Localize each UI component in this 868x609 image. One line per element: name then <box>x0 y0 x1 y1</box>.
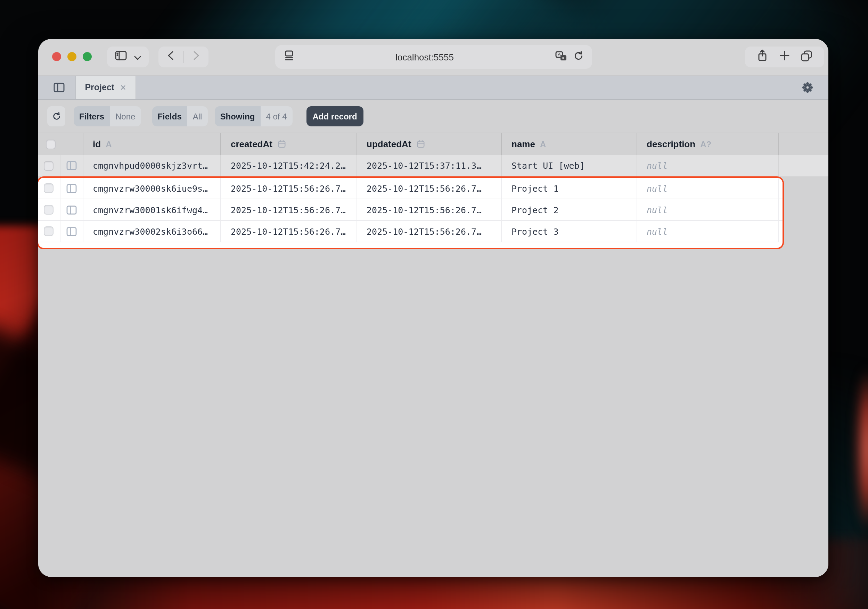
showing-button[interactable]: Showing 4 of 4 <box>214 106 292 127</box>
cell-name[interactable]: Project 1 <box>502 178 637 199</box>
showing-value: 4 of 4 <box>260 106 292 127</box>
row-expand-cell <box>60 221 83 242</box>
reader-view-icon[interactable] <box>283 50 294 64</box>
fields-value: All <box>187 106 208 127</box>
row-filler <box>779 221 783 242</box>
close-window-button[interactable] <box>52 52 61 61</box>
studio-content: Filters None Fields All Showing 4 of 4 A… <box>38 100 828 577</box>
filters-value: None <box>110 106 141 127</box>
row-checkbox[interactable] <box>44 183 54 193</box>
calendar-icon <box>416 139 425 148</box>
row-expand-cell <box>60 155 83 176</box>
row-checkbox-cell <box>38 221 60 242</box>
translate-icon[interactable]: A x <box>555 50 567 63</box>
showing-label: Showing <box>214 106 260 127</box>
row-checkbox-cell <box>38 178 60 199</box>
column-header-updatedAt[interactable]: updatedAt <box>357 133 502 155</box>
nav-divider <box>183 51 184 63</box>
browser-window: localhost:5555 A x <box>38 39 828 577</box>
row-checkbox-cell <box>38 199 60 220</box>
column-header-createdAt[interactable]: createdAt <box>221 133 357 155</box>
tab-close-icon[interactable]: ✕ <box>120 83 126 91</box>
row-filler <box>779 155 828 176</box>
refresh-button[interactable] <box>47 106 65 127</box>
expand-record-icon[interactable] <box>66 226 77 236</box>
address-bar[interactable]: localhost:5555 A x <box>275 45 592 69</box>
chevron-down-icon[interactable] <box>135 51 141 63</box>
cell-updatedAt[interactable]: 2025-10-12T15:56:26.7… <box>357 178 502 199</box>
cell-createdAt[interactable]: 2025-10-12T15:56:26.7… <box>221 199 357 220</box>
column-label: description <box>647 139 695 149</box>
nav-buttons-group <box>158 46 208 67</box>
cell-updatedAt[interactable]: 2025-10-12T15:56:26.7… <box>357 199 502 220</box>
cell-description[interactable]: null <box>637 199 779 220</box>
new-tab-icon[interactable] <box>780 51 789 63</box>
settings-gear-icon[interactable] <box>802 82 813 96</box>
cell-id[interactable]: cmgnvhpud0000skjz3vrt… <box>83 155 221 176</box>
column-label: updatedAt <box>367 139 411 149</box>
cell-id[interactable]: cmgnvzrw30001sk6ifwg4… <box>83 199 221 220</box>
table-header-row: idAcreatedAt updatedAt nameAdescriptionA… <box>38 133 828 156</box>
column-type-badge: A <box>105 139 112 149</box>
row-checkbox[interactable] <box>44 226 54 236</box>
tab-label: Project <box>85 83 114 92</box>
traffic-lights <box>52 52 92 61</box>
row-checkbox-cell <box>38 155 60 176</box>
column-header-name[interactable]: nameA <box>502 133 637 155</box>
reload-icon[interactable] <box>573 50 583 63</box>
cell-createdAt[interactable]: 2025-10-12T15:56:26.7… <box>221 221 357 242</box>
svg-text:A: A <box>557 51 561 57</box>
panel-toggle-icon[interactable] <box>48 76 70 99</box>
cell-createdAt[interactable]: 2025-10-12T15:42:24.2… <box>221 155 357 176</box>
sidebar-toggle-icon[interactable] <box>114 50 127 64</box>
cell-name[interactable]: Start UI [web] <box>502 155 637 176</box>
url-text[interactable]: localhost:5555 <box>294 52 555 62</box>
fields-label: Fields <box>152 106 187 127</box>
select-all-checkbox[interactable] <box>46 139 56 149</box>
cell-updatedAt[interactable]: 2025-10-12T15:56:26.7… <box>357 221 502 242</box>
filters-button[interactable]: Filters None <box>74 106 141 127</box>
minimize-window-button[interactable] <box>67 52 76 61</box>
cell-description[interactable]: null <box>637 178 779 199</box>
column-header-filler <box>779 133 828 155</box>
table-row[interactable]: cmgnvzrw30001sk6ifwg4… 2025-10-12T15:56:… <box>38 199 783 221</box>
row-checkbox[interactable] <box>44 205 54 215</box>
table-rows: cmgnvhpud0000skjz3vrt… 2025-10-12T15:42:… <box>38 155 828 176</box>
table-row[interactable]: cmgnvzrw30002sk6i3o66… 2025-10-12T15:56:… <box>38 221 783 242</box>
svg-text:x: x <box>562 55 564 59</box>
cell-name[interactable]: Project 3 <box>502 221 637 242</box>
back-icon[interactable] <box>168 51 174 63</box>
expand-record-icon[interactable] <box>66 183 77 193</box>
column-label: createdAt <box>231 139 273 149</box>
cell-name[interactable]: Project 2 <box>502 199 637 220</box>
fields-button[interactable]: Fields All <box>152 106 208 127</box>
sidebar-toggle-group <box>107 46 149 67</box>
select-all-header-cell <box>38 133 83 155</box>
row-expand-cell <box>60 178 83 199</box>
filters-label: Filters <box>74 106 110 127</box>
zoom-window-button[interactable] <box>83 52 92 61</box>
row-expand-cell <box>60 199 83 220</box>
add-record-button[interactable]: Add record <box>307 106 363 127</box>
cell-createdAt[interactable]: 2025-10-12T15:56:26.7… <box>221 178 357 199</box>
cell-description[interactable]: null <box>637 155 779 176</box>
tab-overview-icon[interactable] <box>801 49 813 64</box>
expand-record-icon[interactable] <box>66 161 77 171</box>
studio-tab-bar: Project ✕ <box>38 76 828 100</box>
share-icon[interactable] <box>757 49 768 65</box>
column-header-description[interactable]: descriptionA? <box>637 133 779 155</box>
cell-description[interactable]: null <box>637 221 779 242</box>
forward-icon[interactable] <box>193 51 200 63</box>
tab-project[interactable]: Project ✕ <box>75 76 136 99</box>
row-checkbox[interactable] <box>44 161 54 170</box>
column-label: name <box>512 139 535 149</box>
column-label: id <box>93 139 101 149</box>
table-row[interactable]: cmgnvhpud0000skjz3vrt… 2025-10-12T15:42:… <box>38 155 828 176</box>
cell-id[interactable]: cmgnvzrw30002sk6i3o66… <box>83 221 221 242</box>
table-row[interactable]: cmgnvzrw30000sk6iue9s… 2025-10-12T15:56:… <box>38 178 783 199</box>
cell-updatedAt[interactable]: 2025-10-12T15:37:11.3… <box>357 155 502 176</box>
column-header-id[interactable]: idA <box>83 133 221 155</box>
expand-record-icon[interactable] <box>66 204 77 215</box>
highlight-selection-box: cmgnvzrw30000sk6iue9s… 2025-10-12T15:56:… <box>38 176 784 249</box>
cell-id[interactable]: cmgnvzrw30000sk6iue9s… <box>83 178 221 199</box>
